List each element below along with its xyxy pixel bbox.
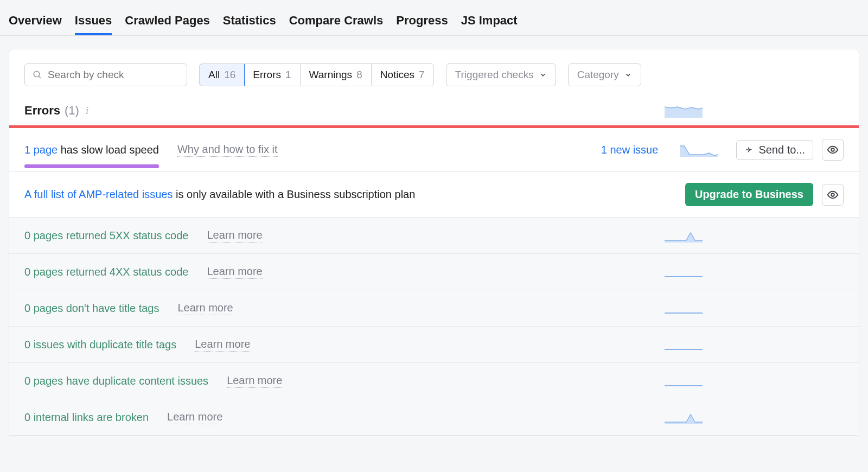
learn-more-link[interactable]: Learn more bbox=[167, 411, 222, 424]
issue-text: 0 issues with duplicate title tags bbox=[24, 339, 176, 351]
amp-text-rest: is only available with a Business subscr… bbox=[173, 188, 415, 200]
amp-list-link[interactable]: A full list of AMP-related issues bbox=[24, 188, 173, 200]
row-sparkline bbox=[665, 374, 703, 388]
section-count: (1) bbox=[65, 104, 79, 118]
tab-issues[interactable]: Issues bbox=[75, 4, 112, 35]
issue-title[interactable]: 1 page has slow load speed bbox=[24, 144, 159, 156]
filter-notices-count: 7 bbox=[419, 69, 425, 81]
tab-compare-crawls[interactable]: Compare Crawls bbox=[289, 4, 384, 35]
category-dropdown[interactable]: Category bbox=[568, 63, 641, 86]
issue-text: 0 pages have duplicate content issues bbox=[24, 375, 208, 387]
svg-point-3 bbox=[831, 193, 834, 196]
filter-pill-group: All 16 Errors 1 Warnings 8 Notices 7 bbox=[199, 63, 434, 86]
tab-progress[interactable]: Progress bbox=[396, 4, 448, 35]
hide-issue-button[interactable] bbox=[822, 139, 844, 161]
svg-point-0 bbox=[34, 71, 40, 77]
svg-point-2 bbox=[831, 148, 834, 151]
learn-more-link[interactable]: Learn more bbox=[177, 302, 233, 315]
issue-text: 0 internal links are broken bbox=[24, 411, 149, 424]
tab-overview[interactable]: Overview bbox=[9, 4, 62, 35]
filter-errors-count: 1 bbox=[285, 69, 291, 81]
tab-crawled-pages[interactable]: Crawled Pages bbox=[125, 4, 210, 35]
upgrade-button[interactable]: Upgrade to Business bbox=[685, 183, 813, 206]
chevron-down-icon bbox=[624, 71, 632, 79]
search-wrap bbox=[24, 63, 187, 86]
controls-row: All 16 Errors 1 Warnings 8 Notices 7 Tri… bbox=[9, 49, 859, 98]
tab-statistics[interactable]: Statistics bbox=[223, 4, 276, 35]
new-issue-count: 1 new issue bbox=[601, 144, 659, 156]
issue-row-zero: 0 pages don't have title tagsLearn more bbox=[9, 290, 859, 327]
search-input[interactable] bbox=[48, 69, 179, 81]
issue-row-slow-load: 1 page has slow load speed Why and how t… bbox=[9, 128, 859, 172]
learn-more-link[interactable]: Learn more bbox=[227, 374, 282, 388]
triggered-checks-dropdown[interactable]: Triggered checks bbox=[446, 63, 556, 86]
hide-issue-button[interactable] bbox=[822, 184, 844, 206]
issue-row-amp-upsell: A full list of AMP-related issues is onl… bbox=[9, 172, 859, 218]
issue-text: 0 pages returned 5XX status code bbox=[24, 229, 188, 242]
why-and-how-link[interactable]: Why and how to fix it bbox=[177, 143, 278, 157]
filter-notices-label: Notices bbox=[380, 69, 414, 81]
issue-row-zero: 0 issues with duplicate title tagsLearn … bbox=[9, 327, 859, 363]
section-sparkline bbox=[665, 104, 703, 118]
filter-all-label: All bbox=[208, 69, 220, 81]
send-arrow-icon bbox=[744, 145, 754, 155]
issue-row-zero: 0 internal links are brokenLearn more bbox=[9, 399, 859, 436]
issue-row-zero: 0 pages returned 5XX status codeLearn mo… bbox=[9, 218, 859, 254]
eye-icon bbox=[827, 189, 839, 201]
issue-row-zero: 0 pages have duplicate content issuesLea… bbox=[9, 363, 859, 399]
info-icon[interactable]: i bbox=[86, 105, 88, 117]
send-to-label: Send to... bbox=[758, 144, 805, 156]
eye-icon bbox=[827, 144, 839, 156]
top-nav: Overview Issues Crawled Pages Statistics… bbox=[0, 0, 868, 36]
filter-errors-label: Errors bbox=[253, 69, 281, 81]
chevron-down-icon bbox=[539, 71, 547, 79]
row-sparkline bbox=[665, 228, 703, 243]
learn-more-link[interactable]: Learn more bbox=[195, 338, 250, 352]
filter-warnings-count: 8 bbox=[356, 69, 362, 81]
row-sparkline bbox=[680, 143, 718, 157]
tab-js-impact[interactable]: JS Impact bbox=[461, 4, 518, 35]
svg-line-1 bbox=[39, 76, 41, 78]
filter-all[interactable]: All 16 bbox=[199, 63, 245, 86]
errors-section-header: Errors (1) i bbox=[9, 98, 859, 125]
filter-notices[interactable]: Notices 7 bbox=[372, 64, 433, 86]
issue-link-count[interactable]: 1 page bbox=[24, 144, 58, 156]
category-label: Category bbox=[577, 69, 619, 81]
send-to-button[interactable]: Send to... bbox=[736, 140, 813, 160]
learn-more-link[interactable]: Learn more bbox=[207, 229, 262, 243]
row-sparkline bbox=[665, 265, 703, 279]
filter-warnings-label: Warnings bbox=[309, 69, 353, 81]
filter-all-count: 16 bbox=[224, 69, 235, 81]
filter-warnings[interactable]: Warnings 8 bbox=[301, 64, 372, 86]
learn-more-link[interactable]: Learn more bbox=[207, 265, 262, 279]
issue-text: 0 pages don't have title tags bbox=[24, 302, 159, 315]
amp-text-wrap: A full list of AMP-related issues is onl… bbox=[24, 188, 415, 201]
section-title: Errors bbox=[24, 104, 60, 118]
filter-errors[interactable]: Errors 1 bbox=[244, 64, 300, 86]
row-sparkline bbox=[665, 337, 703, 352]
row-sparkline bbox=[665, 301, 703, 315]
row-sparkline bbox=[665, 410, 703, 424]
search-icon bbox=[33, 70, 42, 80]
issue-row-zero: 0 pages returned 4XX status codeLearn mo… bbox=[9, 254, 859, 290]
issues-panel: All 16 Errors 1 Warnings 8 Notices 7 Tri… bbox=[9, 49, 859, 436]
issue-text-rest: has slow load speed bbox=[58, 144, 159, 156]
issue-text: 0 pages returned 4XX status code bbox=[24, 266, 188, 278]
triggered-checks-label: Triggered checks bbox=[455, 69, 534, 81]
